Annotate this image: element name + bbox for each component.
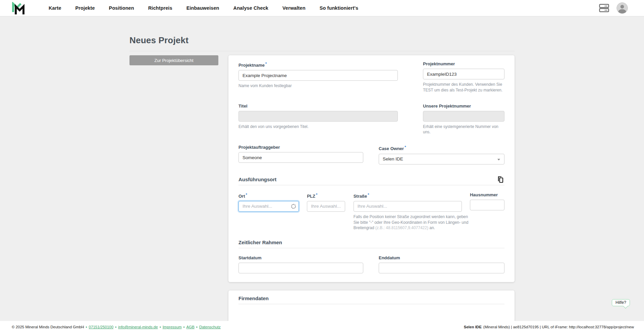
title-divider <box>129 51 515 51</box>
server-stack-icon[interactable] <box>599 4 609 12</box>
ort-label: Ort* <box>238 192 299 199</box>
nav-item-analyse-check[interactable]: Analyse Check <box>233 5 268 11</box>
ausfuehrungsort-section-header: Ausführungsort <box>238 177 504 185</box>
section-divider <box>238 248 504 248</box>
nav-item-positionen[interactable]: Positionen <box>109 5 134 11</box>
nav-item-einbauweisen[interactable]: Einbauweisen <box>186 5 219 11</box>
back-to-project-overview-button[interactable]: Zur Projektübersicht <box>129 55 218 65</box>
startdatum-input[interactable] <box>238 263 363 273</box>
unsere-projektnummer-input <box>423 111 504 122</box>
hausnummer-label: Hausnummer <box>470 192 504 198</box>
page-title: Neues Projekt <box>129 35 515 46</box>
case-owner-select[interactable]: Selen IDE <box>379 154 504 164</box>
ausfuehrungsort-section-title: Ausführungsort <box>238 177 504 183</box>
main-nav: Karte Projekte Positionen Richtpreis Ein… <box>49 5 358 11</box>
footer-link-email[interactable]: info@mineral-minds.de <box>118 325 158 329</box>
copy-location-button[interactable] <box>496 175 504 185</box>
topbar-right-icons <box>599 2 628 14</box>
hausnummer-input[interactable] <box>470 200 504 210</box>
footer-separator: • <box>115 325 116 329</box>
firmendaten-section-header: Firmendaten <box>238 295 504 304</box>
projektnummer-label: Projektnummer <box>423 61 504 67</box>
unsere-projektnummer-helper-text: Erhält eine systemgenerierte Nummer von … <box>423 124 504 135</box>
projektname-input[interactable] <box>238 70 398 81</box>
copy-icon <box>497 176 504 183</box>
zeitlicher-rahmen-section-header: Zeitlicher Rahmen <box>238 240 504 248</box>
footer-session-user: Selen IDE <box>464 325 482 329</box>
loading-spinner-icon <box>291 204 296 209</box>
titel-label: Titel <box>238 103 398 109</box>
footer: © 2025 Mineral Minds Deutschland GmbH • … <box>0 321 644 333</box>
firmendaten-section-title: Firmendaten <box>238 295 504 302</box>
required-marker: * <box>368 193 369 197</box>
footer-link-agb[interactable]: AGB <box>186 325 195 329</box>
footer-session-info: Selen IDE (Mineral Minds) | ae8125d70195… <box>464 325 634 329</box>
nav-item-verwalten[interactable]: Verwalten <box>282 5 306 11</box>
required-marker: * <box>246 193 247 197</box>
unsere-projektnummer-label: Unsere Projektnummer <box>423 103 504 109</box>
projektname-helper-text: Name vom Kunden festlegbar <box>238 83 398 89</box>
strasse-input[interactable] <box>354 201 462 212</box>
projektnummer-input[interactable] <box>423 69 504 79</box>
projektnummer-helper-text: Projektnummer des Kunden. Verwenden Sie … <box>423 82 504 93</box>
required-marker: * <box>405 145 406 149</box>
titel-input <box>238 111 398 122</box>
titel-helper-text: Erhält den von uns vorgegebenen Titel. <box>238 124 398 130</box>
footer-link-datenschutz[interactable]: Datenschutz <box>199 325 221 329</box>
projektauftraggeber-label: Projektauftraggeber <box>238 144 363 150</box>
footer-session-details: (Mineral Minds) | ae8125d70195 | URL of … <box>483 325 634 329</box>
nav-item-richtpreis[interactable]: Richtpreis <box>148 5 172 11</box>
section-divider <box>238 304 504 304</box>
nav-item-karte[interactable]: Karte <box>49 5 61 11</box>
startdatum-label: Startdatum <box>238 255 363 261</box>
nav-item-projekte[interactable]: Projekte <box>75 5 95 11</box>
enddatum-input[interactable] <box>379 263 504 273</box>
footer-separator: • <box>196 325 198 329</box>
strasse-helper-text: Falls die Position keiner Straße zugeord… <box>354 214 475 231</box>
zeitlicher-rahmen-section-title: Zeitlicher Rahmen <box>238 240 504 246</box>
mineral-minds-logo-icon[interactable] <box>12 2 25 15</box>
case-owner-label: Case Owner* <box>379 144 504 151</box>
required-marker: * <box>316 193 317 197</box>
plz-input[interactable] <box>307 201 345 212</box>
footer-separator: • <box>160 325 161 329</box>
user-avatar-icon[interactable] <box>616 2 628 14</box>
required-marker: * <box>265 62 267 66</box>
footer-separator: • <box>183 325 185 329</box>
projektauftraggeber-input[interactable] <box>238 152 363 163</box>
footer-link-impressum[interactable]: Impressum <box>163 325 182 329</box>
footer-copyright: © 2025 Mineral Minds Deutschland GmbH <box>12 325 84 329</box>
top-navigation-bar: Karte Projekte Positionen Richtpreis Ein… <box>0 0 644 16</box>
case-owner-selected-value: Selen IDE <box>383 156 403 161</box>
footer-left: © 2025 Mineral Minds Deutschland GmbH • … <box>12 325 221 329</box>
nav-item-so-funktionierts[interactable]: So funktioniert's <box>320 5 359 11</box>
plz-label: PLZ* <box>307 192 345 199</box>
footer-link-phone[interactable]: 07151/250100 <box>89 325 114 329</box>
enddatum-label: Enddatum <box>379 255 504 261</box>
project-form-card: Projektname* Name vom Kunden festlegbar … <box>228 55 515 282</box>
help-button[interactable]: Hilfe? <box>612 299 630 306</box>
ort-input[interactable] <box>238 201 299 212</box>
footer-separator: • <box>86 325 87 329</box>
left-sidebar: Zur Projektübersicht <box>129 55 228 65</box>
main-content: Neues Projekt Zur Projektübersicht Proje… <box>129 35 515 331</box>
section-divider <box>238 185 504 185</box>
chevron-down-icon <box>497 159 500 160</box>
projektname-label: Projektname* <box>238 61 398 68</box>
strasse-label: Straße* <box>354 192 462 199</box>
